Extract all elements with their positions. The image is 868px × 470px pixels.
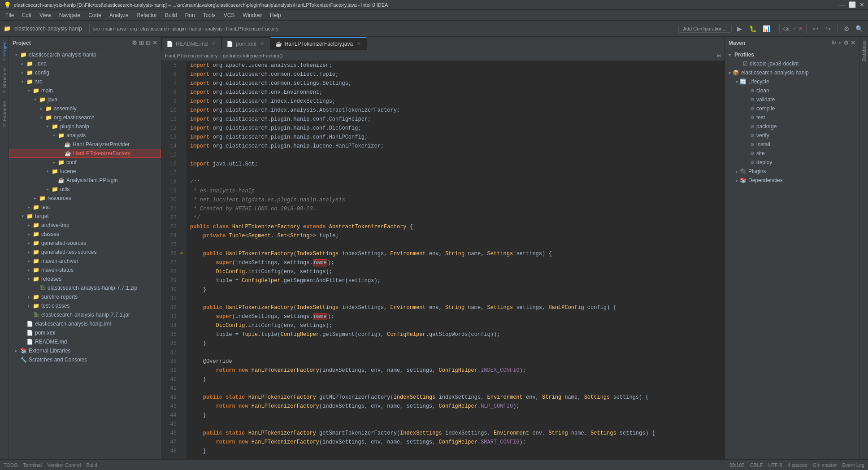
tree-item-Scratches_and_Consoles[interactable]: 🔧Scratches and Consoles [9, 355, 161, 364]
tree-item-config[interactable]: ▸📁config [9, 68, 161, 77]
tree-item-_idea[interactable]: ▸📁.idea [9, 59, 161, 68]
tree-item-elasticsearch_analysis_hanlp_7_7_1_zip[interactable]: 🗜elasticsearch-analysis-hanlp-7.7.1.zip [9, 283, 161, 292]
tree-item-org_elasticsearch[interactable]: ▾📁org.elasticsearch [9, 113, 161, 122]
maven-item-Lifecycle[interactable]: ▾🔄Lifecycle [725, 77, 859, 86]
maven-item-compile[interactable]: ⚙compile [725, 104, 859, 113]
redo-button[interactable]: ↪ [823, 23, 833, 34]
debug-button[interactable]: 🐛 [748, 23, 759, 34]
tree-item-maven_status[interactable]: ▸📁maven-status [9, 265, 161, 274]
maven-add-icon[interactable]: + [838, 39, 842, 46]
tab-readme[interactable]: 📄 README.md ✕ [161, 37, 221, 50]
database-tab-vertical[interactable]: Database [860, 37, 868, 65]
terminal-button[interactable]: Terminal [23, 462, 42, 468]
menu-refactor[interactable]: Refactor [133, 11, 161, 19]
maven-item-Dependencies[interactable]: ▸📚Dependencies [725, 176, 859, 185]
maven-item-test[interactable]: ⚙test [725, 113, 859, 122]
menu-build[interactable]: Build [161, 11, 181, 19]
tree-item-plugin_hanlp[interactable]: ▾📁plugin.hanlp [9, 122, 161, 131]
maven-item-Profiles[interactable]: ▾Profiles [725, 50, 859, 59]
favorites-tab-vertical[interactable]: 2: Favorites [0, 97, 9, 130]
maven-item-disable_java8_doclint[interactable]: ☑disable-java8-doclint [725, 59, 859, 68]
maximize-button[interactable]: ⬜ [849, 1, 856, 8]
cursor-position[interactable]: 39:105 [729, 462, 745, 468]
maven-item-verify[interactable]: ⚙verify [725, 131, 859, 140]
menu-view[interactable]: View [36, 11, 55, 19]
tab-pom-close[interactable]: ✕ [259, 41, 265, 47]
todo-button[interactable]: TODO [4, 462, 18, 468]
minimize-button[interactable]: — [839, 1, 845, 8]
line-ending[interactable]: CRLF [750, 462, 763, 468]
project-expand-icon[interactable]: ⊞ [139, 39, 144, 46]
maven-item-clean[interactable]: ⚙clean [725, 86, 859, 95]
version-control-button[interactable]: Version Control [47, 462, 81, 468]
tree-item-elasticsearch_analysis_hanlp[interactable]: ▾📁elasticsearch-analysis-hanlp [9, 50, 161, 59]
tree-item-generated_test_sources[interactable]: ▸📁generated-test-sources [9, 248, 161, 257]
tree-item-generated_sources[interactable]: ▸📁generated-sources [9, 239, 161, 248]
menu-file[interactable]: File [2, 11, 17, 19]
tree-item-lucene[interactable]: ▾📁lucene [9, 167, 161, 176]
maven-item-site[interactable]: ⚙site [725, 149, 859, 158]
git-branch[interactable]: Git: master [813, 462, 837, 468]
tab-pom[interactable]: 📄 pom.xml ✕ [221, 37, 270, 50]
maven-item-deploy[interactable]: ⚙deploy [725, 158, 859, 167]
encoding[interactable]: UTF-8 [768, 462, 782, 468]
tree-item-utils[interactable]: ▸📁utils [9, 185, 161, 194]
tree-item-archive_tmp[interactable]: ▸📁archive-tmp [9, 221, 161, 230]
tree-item-classes[interactable]: ▸📁classes [9, 230, 161, 239]
maven-item-package[interactable]: ⚙package [725, 122, 859, 131]
tab-readme-close[interactable]: ✕ [210, 41, 217, 47]
titlebar-controls[interactable]: — ⬜ ✕ [839, 1, 864, 8]
build-button[interactable]: Build [86, 462, 97, 468]
add-configuration-button[interactable]: Add Configuration... [678, 25, 732, 33]
project-tab-vertical[interactable]: 1: Project [0, 37, 9, 65]
tree-item-analysis[interactable]: ▾📁analysis [9, 131, 161, 140]
project-settings-icon[interactable]: ⚙ [132, 39, 137, 46]
tree-item-AnalysisHanLPPlugin[interactable]: ☕AnalysisHanLPPlugin [9, 176, 161, 185]
menu-help[interactable]: Help [266, 11, 285, 19]
tree-item-test[interactable]: ▸📁test [9, 203, 161, 212]
tree-item-target[interactable]: ▾📁target [9, 212, 161, 221]
maven-refresh-icon[interactable]: ↻ [831, 39, 836, 46]
bc-right-icon[interactable]: ⊟ [717, 52, 721, 58]
close-button[interactable]: ✕ [859, 1, 864, 8]
tree-item-elasticsearch_analysis_hanlp_iml[interactable]: 📄elasticsearch-analysis-hanlp.iml [9, 319, 161, 328]
menu-run[interactable]: Run [182, 11, 199, 19]
tree-item-test_classes[interactable]: ▸📁test-classes [9, 301, 161, 310]
menu-code[interactable]: Code [85, 11, 105, 19]
code-content[interactable]: import org.apache.lucene.analysis.Tokeni… [187, 61, 725, 459]
tree-item-java[interactable]: ▾📁java [9, 95, 161, 104]
code-editor[interactable]: 5678910111213141516171819202122232425262… [161, 61, 725, 459]
tree-item-resources[interactable]: ▸📁resources [9, 194, 161, 203]
maven-item-elasticsearch_analysis_hanlp[interactable]: ▾📦elasticsearch-analysis-hanlp [725, 68, 859, 77]
maven-item-validate[interactable]: ⚙validate [725, 95, 859, 104]
project-close-icon[interactable]: ✕ [152, 39, 157, 46]
menu-edit[interactable]: Edit [18, 11, 35, 19]
maven-item-install[interactable]: ⚙install [725, 140, 859, 149]
tab-factory-close[interactable]: ✕ [356, 41, 362, 47]
menu-window[interactable]: Window [239, 11, 265, 19]
tree-item-releases[interactable]: ▾📁releases [9, 274, 161, 283]
coverage-button[interactable]: 📊 [761, 23, 772, 34]
maven-settings-icon[interactable]: ⚙ [843, 39, 849, 46]
menu-navigate[interactable]: Navigate [56, 11, 84, 19]
menu-analyze[interactable]: Analyze [106, 11, 132, 19]
event-log[interactable]: Event Log [842, 462, 864, 468]
tree-item-HanLPTokenizerFactory[interactable]: ☕HanLPTokenizerFactory [9, 149, 161, 158]
tree-item-main[interactable]: ▾📁main [9, 86, 161, 95]
tree-item-pom_xml[interactable]: 📄pom.xml [9, 328, 161, 337]
tree-item-assembly[interactable]: ▸📁assembly [9, 104, 161, 113]
tree-item-elasticsearch_analysis_hanlp_7_7_1_jar[interactable]: 🗜elasticsearch-analysis-hanlp-7.7.1.jar [9, 310, 161, 319]
tab-factory[interactable]: ☕ HanLPTokenizerFactory.java ✕ [270, 37, 367, 50]
tree-item-surefire_reports[interactable]: ▸📁surefire-reports [9, 292, 161, 301]
tree-item-HanLPAnalyzerProvider[interactable]: ☕HanLPAnalyzerProvider [9, 140, 161, 149]
maven-item-Plugins[interactable]: ▸🔌Plugins [725, 167, 859, 176]
settings-button[interactable]: ⚙ [841, 23, 852, 34]
tree-item-conf[interactable]: ▸📁conf [9, 158, 161, 167]
menu-tools[interactable]: Tools [200, 11, 219, 19]
tree-item-External_Libraries[interactable]: ▸📚External Libraries [9, 346, 161, 355]
tree-item-src[interactable]: ▾📁src [9, 77, 161, 86]
indent[interactable]: 4 spaces [788, 462, 807, 468]
menu-vcs[interactable]: VCS [220, 11, 239, 19]
tree-item-maven_archiver[interactable]: ▸📁maven-archiver [9, 257, 161, 265]
search-button[interactable]: 🔍 [854, 23, 864, 34]
